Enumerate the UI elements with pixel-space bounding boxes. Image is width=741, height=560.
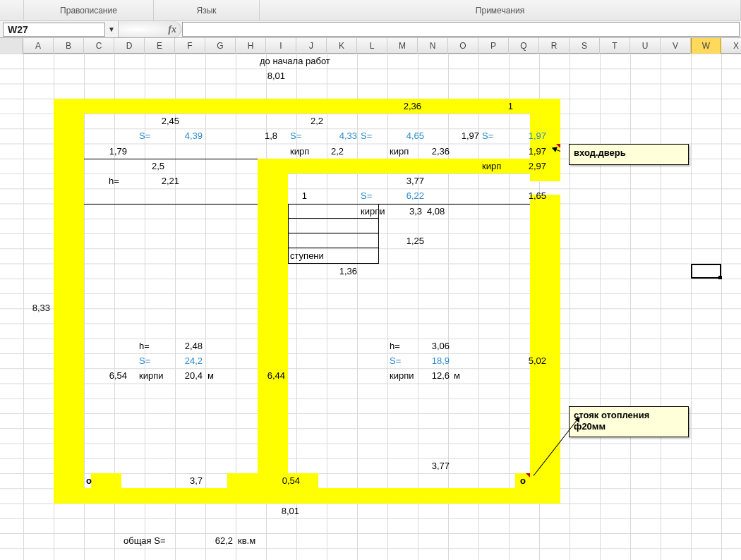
cell-text: 1,25 [381, 233, 426, 248]
col-header-active[interactable]: W [691, 38, 721, 54]
col-header[interactable]: A [23, 38, 54, 54]
wall [121, 488, 152, 503]
ribbon-label-notes: Примечания [476, 6, 524, 16]
cell-text: 2,97 [503, 159, 548, 174]
formula-input[interactable] [182, 22, 740, 37]
col-header[interactable]: F [175, 38, 205, 54]
cell-text: до начала работ [258, 54, 363, 68]
cell-text: 12,6 [409, 368, 452, 383]
cell-text: 2,21 [136, 174, 181, 188]
col-header[interactable]: V [661, 38, 691, 54]
col-header[interactable]: D [114, 38, 145, 54]
cell-text: 2,36 [378, 99, 423, 114]
cell-text: м [205, 368, 227, 383]
col-header[interactable]: S [570, 38, 600, 54]
cell-text: 1,65 [503, 188, 548, 203]
cell-text: 4,65 [381, 128, 426, 143]
select-all-corner[interactable] [0, 38, 23, 54]
wall [258, 174, 288, 504]
cell-text: м [452, 368, 473, 383]
cell-text: 6,54 [84, 368, 129, 383]
col-header[interactable]: X [721, 38, 741, 54]
wall [227, 488, 318, 503]
col-header[interactable]: N [418, 38, 448, 54]
ribbon-group-spelling[interactable]: Правописание [23, 0, 154, 20]
cell-text: 62,2 [190, 533, 235, 548]
col-header[interactable]: H [236, 38, 266, 54]
name-box[interactable]: W27 [3, 23, 105, 37]
cell-text: 1 [470, 99, 515, 114]
cell-text: 4,33 [314, 128, 359, 143]
cell-text: 1,97 [503, 128, 548, 143]
cell-text: 1,97 [503, 144, 548, 159]
wall-edge [84, 159, 258, 159]
col-header[interactable]: M [387, 38, 418, 54]
cell-text: 1,36 [314, 264, 359, 279]
cell-text: 1,8 [249, 128, 279, 143]
cell-text: 3,7 [159, 473, 205, 488]
comment-text: ф20мм [574, 421, 684, 432]
wall [394, 488, 454, 503]
cell-text: 18,9 [406, 353, 452, 368]
cell-text: 2,45 [136, 114, 181, 128]
cell-text: 3,77 [406, 458, 452, 473]
cell-text: 5,02 [503, 353, 548, 368]
cell-text: 2,36 [406, 144, 452, 159]
cell-text: кирп [288, 144, 318, 159]
col-header[interactable]: L [357, 38, 387, 54]
col-header[interactable]: C [84, 38, 114, 54]
col-header[interactable]: P [478, 38, 509, 54]
col-header[interactable]: E [145, 38, 175, 54]
cell-text: o [84, 473, 98, 488]
cell-text: 3,77 [381, 174, 426, 188]
comment-box[interactable]: стояк отопления ф20мм [569, 406, 689, 437]
name-box-wrap: W27 ▼ [3, 21, 118, 37]
cell-text: 2,5 [136, 159, 167, 174]
col-header[interactable]: K [327, 38, 357, 54]
ribbon-label-language: Язык [196, 6, 216, 16]
cell-text: 3,3 [394, 204, 424, 219]
worksheet-area[interactable]: до начала работ 8,01 2,36 1 2,45 2,2 S= … [0, 54, 741, 560]
column-headers: A B C D E F G H I J K L M N O P Q R S T … [0, 38, 741, 54]
cell-text: 6,44 [242, 368, 287, 383]
col-header[interactable]: J [296, 38, 327, 54]
cell-text: 0,54 [257, 473, 302, 488]
formula-bar: W27 ▼ fx [0, 21, 741, 38]
wall [227, 473, 258, 488]
wall [530, 195, 560, 504]
cell-text: 1,97 [436, 128, 481, 143]
col-header[interactable]: Q [509, 38, 539, 54]
col-header[interactable]: B [54, 38, 84, 54]
col-header[interactable]: T [600, 38, 630, 54]
cell-text: 8,01 [242, 68, 287, 83]
comment-box[interactable]: вход.дверь [569, 144, 689, 165]
cell-text: o [518, 473, 532, 488]
comment-text: стояк отопления [574, 410, 684, 421]
cell-text: кв.м [236, 533, 271, 548]
col-header[interactable]: U [630, 38, 661, 54]
cell-text: 3,06 [406, 339, 452, 353]
cell-text: 20,4 [165, 368, 205, 383]
cell-text: 24,2 [159, 353, 205, 368]
ribbon-group-notes[interactable]: Примечания [260, 0, 741, 20]
fx-label: fx [168, 24, 176, 35]
wall-edge [84, 204, 258, 205]
cell-text: 4,08 [425, 204, 470, 219]
cell-text: ступени [288, 248, 344, 263]
col-header[interactable]: G [205, 38, 236, 54]
comment-indicator-icon[interactable] [526, 473, 530, 477]
cell-text: 2,2 [315, 144, 346, 159]
name-box-dropdown-icon[interactable]: ▼ [105, 23, 118, 37]
cell-text: общая S= [121, 533, 192, 548]
cell-text: 8,01 [256, 504, 301, 518]
col-header[interactable]: O [448, 38, 478, 54]
fx-button[interactable]: fx [118, 21, 181, 37]
cell-text: 1,79 [84, 144, 129, 159]
ribbon-toolbar: Правописание Язык Примечания [0, 0, 741, 21]
ribbon-group-language[interactable]: Язык [154, 0, 260, 20]
active-cell[interactable] [691, 264, 721, 279]
cell-text: 6,22 [381, 188, 426, 203]
col-header[interactable]: R [539, 38, 570, 54]
col-header[interactable]: I [266, 38, 296, 54]
cell-text: 2,48 [159, 339, 205, 353]
